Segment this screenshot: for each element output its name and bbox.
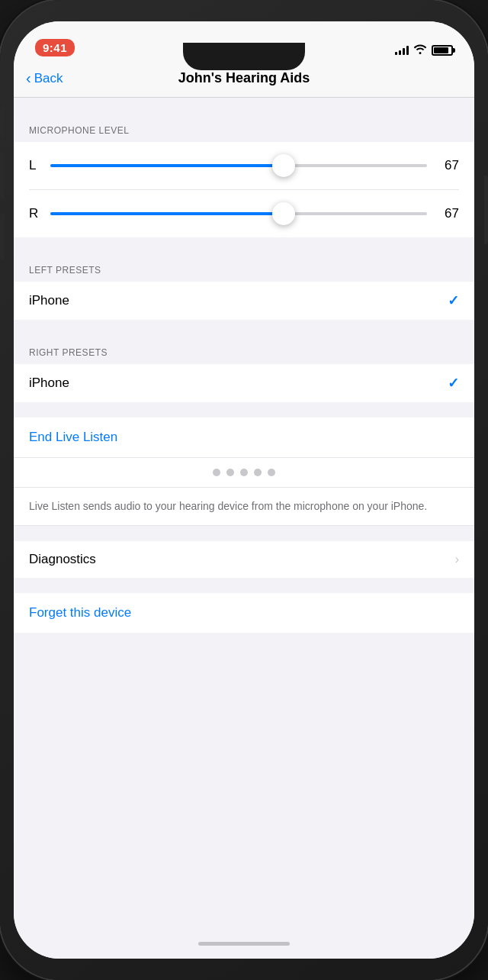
signal-bar-4	[406, 46, 409, 55]
left-slider-value: 67	[436, 158, 459, 173]
microphone-level-section: L 67 R 67	[14, 142, 474, 237]
left-slider-fill	[50, 164, 284, 167]
right-slider-thumb[interactable]	[272, 202, 295, 225]
signal-bar-3	[403, 48, 405, 55]
home-bar	[198, 942, 290, 946]
dots-indicator	[14, 458, 474, 488]
left-slider-track[interactable]	[50, 153, 427, 179]
left-presets-gap	[14, 237, 474, 253]
diagnostics-label: Diagnostics	[29, 552, 96, 567]
right-slider-value: 67	[436, 206, 459, 221]
forget-gap	[14, 578, 474, 593]
left-presets-iphone-row[interactable]: iPhone ✓	[14, 282, 474, 320]
right-presets-iphone-label: iPhone	[29, 376, 69, 391]
volume-up-button[interactable]	[0, 153, 4, 198]
wifi-icon	[413, 44, 427, 56]
dot-5	[268, 469, 275, 476]
dot-1	[213, 469, 220, 476]
diagnostics-row[interactable]: Diagnostics ›	[14, 541, 474, 578]
left-presets-checkmark: ✓	[448, 292, 459, 309]
volume-down-button[interactable]	[0, 214, 4, 260]
back-button[interactable]: ‹ Back	[26, 71, 63, 86]
right-presets-checkmark: ✓	[448, 375, 459, 392]
signal-bar-1	[395, 52, 397, 55]
left-presets-iphone-label: iPhone	[29, 293, 69, 308]
power-button[interactable]	[484, 176, 488, 244]
home-indicator	[14, 928, 474, 959]
left-presets-section: iPhone ✓	[14, 282, 474, 320]
forget-device-button[interactable]: Forget this device	[14, 593, 474, 633]
content-scroll[interactable]: MICROPHONE LEVEL L 67 R	[14, 98, 474, 928]
dot-3	[240, 469, 248, 476]
right-slider-row: R 67	[29, 190, 459, 237]
status-icons	[395, 44, 453, 56]
back-chevron-icon: ‹	[26, 70, 31, 85]
signal-bar-2	[399, 50, 401, 55]
phone-frame: 9:41	[0, 0, 488, 980]
left-slider-row: L 67	[29, 142, 459, 190]
bottom-gap	[14, 633, 474, 648]
left-presets-header: LEFT PRESETS	[14, 253, 474, 282]
nav-title: John's Hearing Aids	[178, 70, 310, 86]
dot-4	[254, 469, 262, 476]
status-time: 9:41	[35, 39, 75, 56]
right-presets-gap	[14, 320, 474, 335]
left-slider-thumb[interactable]	[272, 154, 295, 177]
end-live-listen-label: End Live Listen	[29, 430, 117, 444]
forget-device-section: Forget this device	[14, 593, 474, 633]
battery-icon	[432, 45, 453, 56]
diagnostics-section: Diagnostics ›	[14, 541, 474, 578]
live-listen-description: Live Listen sends audio to your hearing …	[14, 488, 474, 526]
right-slider-track[interactable]	[50, 201, 427, 227]
mute-switch[interactable]	[0, 107, 4, 137]
right-presets-iphone-row[interactable]: iPhone ✓	[14, 364, 474, 402]
phone-screen: 9:41	[14, 21, 474, 959]
right-slider-label: R	[29, 206, 41, 221]
battery-fill	[434, 47, 448, 53]
diagnostics-chevron-icon: ›	[455, 553, 459, 566]
right-slider-fill	[50, 212, 284, 215]
forget-device-label: Forget this device	[29, 605, 131, 620]
notch	[183, 43, 305, 70]
top-gap	[14, 98, 474, 113]
signal-bars	[395, 46, 409, 55]
end-live-listen-button[interactable]: End Live Listen	[14, 417, 474, 458]
back-label: Back	[34, 71, 63, 86]
mic-level-header: MICROPHONE LEVEL	[14, 113, 474, 142]
diagnostics-gap	[14, 526, 474, 541]
right-presets-section: iPhone ✓	[14, 364, 474, 402]
left-slider-label: L	[29, 158, 41, 173]
dot-2	[226, 469, 234, 476]
right-presets-header: RIGHT PRESETS	[14, 335, 474, 364]
live-listen-gap	[14, 402, 474, 417]
live-listen-section: End Live Listen Live Listen sends audio …	[14, 417, 474, 526]
